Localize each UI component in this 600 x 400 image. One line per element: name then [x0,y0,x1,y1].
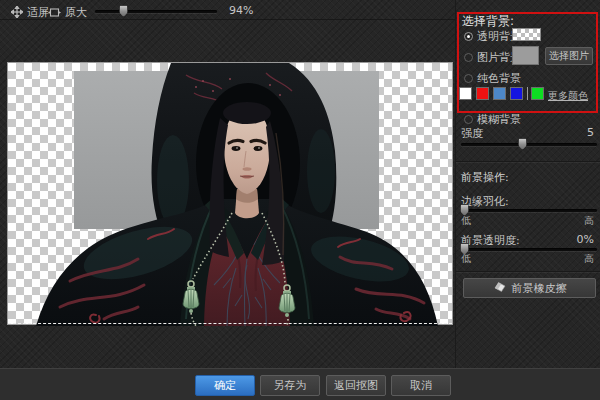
solid-background-label: 纯色背景 [477,71,521,86]
save-as-label: 另存为 [274,378,307,393]
cancel-button[interactable]: 取消 [391,375,451,396]
color-swatch-steelblue[interactable] [493,87,506,100]
back-to-cutout-label: 返回抠图 [334,378,378,393]
footer-bar: 确定 另存为 返回抠图 取消 [0,368,600,400]
fit-screen-button[interactable]: 适屏 [11,3,49,22]
radio-blur-background[interactable] [464,115,473,124]
transparent-swatch[interactable] [512,28,541,41]
foreground-section-title: 前景操作: [461,170,509,185]
foreground-eraser-label: 前景橡皮擦 [512,281,567,296]
fit-screen-label: 适屏 [27,5,49,20]
select-image-button[interactable]: 选择图片 [545,47,593,65]
confirm-button[interactable]: 确定 [195,375,255,396]
divider [456,161,600,162]
background-chooser-dialog: 适屏 原大 94% [0,0,600,400]
fg-opacity-value: 0% [577,233,594,246]
preview-canvas[interactable] [7,62,453,325]
divider [456,271,600,272]
feather-slider-track[interactable] [461,209,597,212]
portrait-cutout [8,63,454,326]
zoom-toolbar: 适屏 原大 94% [0,0,455,20]
strength-slider-track[interactable] [461,143,597,146]
radio-solid-background[interactable] [464,74,473,83]
color-swatch-white[interactable] [459,87,472,100]
save-as-button[interactable]: 另存为 [260,375,320,396]
original-size-button[interactable]: 原大 [48,3,87,22]
strength-label: 强度 [461,126,483,141]
eraser-icon [493,281,507,296]
selection-ants [8,323,452,324]
fg-opacity-high-label: 高 [584,252,594,266]
confirm-label: 确定 [214,378,236,393]
feather-high-label: 高 [584,214,594,228]
select-image-label: 选择图片 [549,49,589,63]
strength-slider-thumb[interactable] [518,138,527,150]
fit-screen-icon [11,3,23,22]
swatch-separator [527,87,528,100]
back-to-cutout-button[interactable]: 返回抠图 [326,375,386,396]
original-size-label: 原大 [65,5,87,20]
color-swatch-blue[interactable] [510,87,523,100]
feather-low-label: 低 [461,214,471,228]
more-colors-link[interactable]: 更多颜色 [548,89,588,103]
strength-value: 5 [587,126,594,139]
zoom-slider-track[interactable] [95,10,217,13]
radio-transparent-background[interactable] [464,32,473,41]
cancel-label: 取消 [410,378,432,393]
radio-image-background[interactable] [464,53,473,62]
color-swatch-red[interactable] [476,87,489,100]
fg-opacity-slider-track[interactable] [461,248,597,251]
foreground-eraser-button[interactable]: 前景橡皮擦 [463,278,596,298]
background-section-title: 选择背景: [462,13,514,30]
image-swatch[interactable] [512,46,539,65]
color-swatch-green[interactable] [531,87,544,100]
zoom-value: 94% [229,4,253,17]
fg-opacity-low-label: 低 [461,252,471,266]
original-size-icon [48,3,61,22]
fg-opacity-label: 前景透明度: [461,233,520,248]
zoom-slider-thumb[interactable] [119,5,128,17]
blur-background-label: 模糊背景 [477,112,521,127]
settings-panel: 选择背景: 透明背景 图片背景 选择图片 纯色背景 更多颜色 模糊背景 强度 5 [455,0,600,368]
